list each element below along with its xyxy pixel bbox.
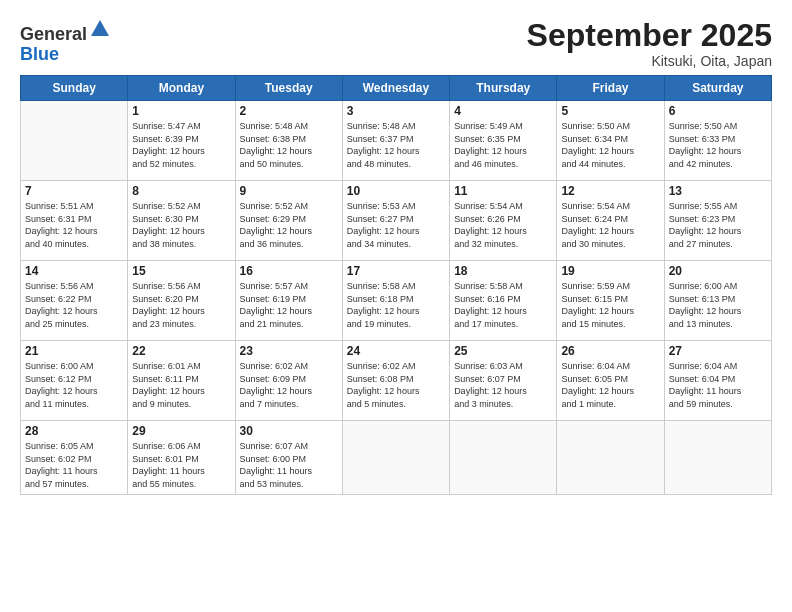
- cell-info: Sunrise: 5:54 AMSunset: 6:26 PMDaylight:…: [454, 200, 552, 250]
- date-number: 5: [561, 104, 659, 118]
- date-number: 16: [240, 264, 338, 278]
- calendar-cell: 3Sunrise: 5:48 AMSunset: 6:37 PMDaylight…: [342, 101, 449, 181]
- calendar-cell: 30Sunrise: 6:07 AMSunset: 6:00 PMDayligh…: [235, 421, 342, 494]
- calendar-cell: 21Sunrise: 6:00 AMSunset: 6:12 PMDayligh…: [21, 341, 128, 421]
- calendar-cell: 4Sunrise: 5:49 AMSunset: 6:35 PMDaylight…: [450, 101, 557, 181]
- calendar-cell: [21, 101, 128, 181]
- date-number: 28: [25, 424, 123, 438]
- calendar-cell: [664, 421, 771, 494]
- logo-text: General Blue: [20, 18, 111, 65]
- logo-blue: Blue: [20, 44, 59, 64]
- date-number: 17: [347, 264, 445, 278]
- calendar-cell: 15Sunrise: 5:56 AMSunset: 6:20 PMDayligh…: [128, 261, 235, 341]
- date-number: 22: [132, 344, 230, 358]
- cell-info: Sunrise: 5:48 AMSunset: 6:38 PMDaylight:…: [240, 120, 338, 170]
- day-header-row: Sunday Monday Tuesday Wednesday Thursday…: [21, 76, 772, 101]
- cell-info: Sunrise: 5:55 AMSunset: 6:23 PMDaylight:…: [669, 200, 767, 250]
- cell-info: Sunrise: 5:54 AMSunset: 6:24 PMDaylight:…: [561, 200, 659, 250]
- cell-info: Sunrise: 6:01 AMSunset: 6:11 PMDaylight:…: [132, 360, 230, 410]
- location: Kitsuki, Oita, Japan: [527, 53, 772, 69]
- calendar-cell: 12Sunrise: 5:54 AMSunset: 6:24 PMDayligh…: [557, 181, 664, 261]
- date-number: 20: [669, 264, 767, 278]
- calendar-week-4: 21Sunrise: 6:00 AMSunset: 6:12 PMDayligh…: [21, 341, 772, 421]
- calendar-cell: 19Sunrise: 5:59 AMSunset: 6:15 PMDayligh…: [557, 261, 664, 341]
- calendar-cell: 1Sunrise: 5:47 AMSunset: 6:39 PMDaylight…: [128, 101, 235, 181]
- date-number: 1: [132, 104, 230, 118]
- date-number: 8: [132, 184, 230, 198]
- cell-info: Sunrise: 5:52 AMSunset: 6:30 PMDaylight:…: [132, 200, 230, 250]
- header-saturday: Saturday: [664, 76, 771, 101]
- cell-info: Sunrise: 6:02 AMSunset: 6:08 PMDaylight:…: [347, 360, 445, 410]
- date-number: 24: [347, 344, 445, 358]
- date-number: 15: [132, 264, 230, 278]
- date-number: 25: [454, 344, 552, 358]
- date-number: 26: [561, 344, 659, 358]
- calendar-cell: 27Sunrise: 6:04 AMSunset: 6:04 PMDayligh…: [664, 341, 771, 421]
- cell-info: Sunrise: 6:04 AMSunset: 6:04 PMDaylight:…: [669, 360, 767, 410]
- date-number: 3: [347, 104, 445, 118]
- calendar-cell: 6Sunrise: 5:50 AMSunset: 6:33 PMDaylight…: [664, 101, 771, 181]
- cell-info: Sunrise: 6:02 AMSunset: 6:09 PMDaylight:…: [240, 360, 338, 410]
- calendar-cell: 22Sunrise: 6:01 AMSunset: 6:11 PMDayligh…: [128, 341, 235, 421]
- cell-info: Sunrise: 5:56 AMSunset: 6:20 PMDaylight:…: [132, 280, 230, 330]
- calendar-cell: 24Sunrise: 6:02 AMSunset: 6:08 PMDayligh…: [342, 341, 449, 421]
- calendar-cell: 2Sunrise: 5:48 AMSunset: 6:38 PMDaylight…: [235, 101, 342, 181]
- calendar-cell: 13Sunrise: 5:55 AMSunset: 6:23 PMDayligh…: [664, 181, 771, 261]
- logo-icon: [89, 18, 111, 40]
- calendar-cell: [557, 421, 664, 494]
- date-number: 11: [454, 184, 552, 198]
- calendar-cell: 25Sunrise: 6:03 AMSunset: 6:07 PMDayligh…: [450, 341, 557, 421]
- date-number: 18: [454, 264, 552, 278]
- date-number: 13: [669, 184, 767, 198]
- logo-general: General: [20, 24, 87, 44]
- svg-marker-0: [91, 20, 109, 36]
- calendar-cell: 5Sunrise: 5:50 AMSunset: 6:34 PMDaylight…: [557, 101, 664, 181]
- calendar-cell: [450, 421, 557, 494]
- date-number: 19: [561, 264, 659, 278]
- cell-info: Sunrise: 5:56 AMSunset: 6:22 PMDaylight:…: [25, 280, 123, 330]
- date-number: 29: [132, 424, 230, 438]
- cell-info: Sunrise: 6:07 AMSunset: 6:00 PMDaylight:…: [240, 440, 338, 490]
- date-number: 12: [561, 184, 659, 198]
- calendar-cell: 18Sunrise: 5:58 AMSunset: 6:16 PMDayligh…: [450, 261, 557, 341]
- date-number: 27: [669, 344, 767, 358]
- header-tuesday: Tuesday: [235, 76, 342, 101]
- header-wednesday: Wednesday: [342, 76, 449, 101]
- cell-info: Sunrise: 6:04 AMSunset: 6:05 PMDaylight:…: [561, 360, 659, 410]
- calendar-cell: 9Sunrise: 5:52 AMSunset: 6:29 PMDaylight…: [235, 181, 342, 261]
- cell-info: Sunrise: 5:48 AMSunset: 6:37 PMDaylight:…: [347, 120, 445, 170]
- date-number: 21: [25, 344, 123, 358]
- date-number: 14: [25, 264, 123, 278]
- calendar-week-1: 1Sunrise: 5:47 AMSunset: 6:39 PMDaylight…: [21, 101, 772, 181]
- calendar-cell: 11Sunrise: 5:54 AMSunset: 6:26 PMDayligh…: [450, 181, 557, 261]
- cell-info: Sunrise: 5:49 AMSunset: 6:35 PMDaylight:…: [454, 120, 552, 170]
- calendar-cell: 10Sunrise: 5:53 AMSunset: 6:27 PMDayligh…: [342, 181, 449, 261]
- cell-info: Sunrise: 5:59 AMSunset: 6:15 PMDaylight:…: [561, 280, 659, 330]
- cell-info: Sunrise: 6:00 AMSunset: 6:12 PMDaylight:…: [25, 360, 123, 410]
- page: General Blue September 2025 Kitsuki, Oit…: [0, 0, 792, 612]
- cell-info: Sunrise: 5:58 AMSunset: 6:18 PMDaylight:…: [347, 280, 445, 330]
- header-thursday: Thursday: [450, 76, 557, 101]
- calendar-cell: 8Sunrise: 5:52 AMSunset: 6:30 PMDaylight…: [128, 181, 235, 261]
- logo: General Blue: [20, 18, 111, 65]
- header-sunday: Sunday: [21, 76, 128, 101]
- calendar-cell: 14Sunrise: 5:56 AMSunset: 6:22 PMDayligh…: [21, 261, 128, 341]
- calendar-cell: 7Sunrise: 5:51 AMSunset: 6:31 PMDaylight…: [21, 181, 128, 261]
- title-block: September 2025 Kitsuki, Oita, Japan: [527, 18, 772, 69]
- calendar-cell: 17Sunrise: 5:58 AMSunset: 6:18 PMDayligh…: [342, 261, 449, 341]
- calendar-cell: 16Sunrise: 5:57 AMSunset: 6:19 PMDayligh…: [235, 261, 342, 341]
- header: General Blue September 2025 Kitsuki, Oit…: [20, 18, 772, 69]
- date-number: 23: [240, 344, 338, 358]
- calendar-week-3: 14Sunrise: 5:56 AMSunset: 6:22 PMDayligh…: [21, 261, 772, 341]
- calendar-cell: 29Sunrise: 6:06 AMSunset: 6:01 PMDayligh…: [128, 421, 235, 494]
- month-title: September 2025: [527, 18, 772, 53]
- cell-info: Sunrise: 5:50 AMSunset: 6:34 PMDaylight:…: [561, 120, 659, 170]
- calendar-cell: 28Sunrise: 6:05 AMSunset: 6:02 PMDayligh…: [21, 421, 128, 494]
- date-number: 4: [454, 104, 552, 118]
- calendar-week-2: 7Sunrise: 5:51 AMSunset: 6:31 PMDaylight…: [21, 181, 772, 261]
- date-number: 10: [347, 184, 445, 198]
- cell-info: Sunrise: 5:52 AMSunset: 6:29 PMDaylight:…: [240, 200, 338, 250]
- date-number: 7: [25, 184, 123, 198]
- date-number: 2: [240, 104, 338, 118]
- cell-info: Sunrise: 5:50 AMSunset: 6:33 PMDaylight:…: [669, 120, 767, 170]
